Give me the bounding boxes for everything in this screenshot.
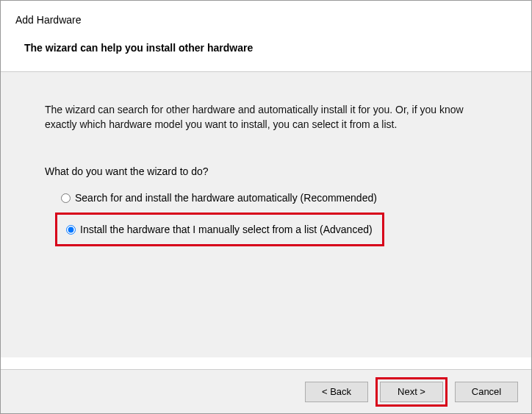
- prompt-text: What do you want the wizard to do?: [45, 165, 487, 177]
- radio-manual[interactable]: [66, 225, 76, 235]
- wizard-subtitle: The wizard can help you install other ha…: [24, 42, 517, 54]
- description-text: The wizard can search for other hardware…: [45, 103, 487, 132]
- radio-auto[interactable]: [61, 193, 71, 203]
- option-manual-label: Install the hardware that I manually sel…: [80, 224, 373, 235]
- dialog-title: Add Hardware: [15, 14, 517, 26]
- highlight-next-button: Next >: [375, 377, 447, 407]
- next-button[interactable]: Next >: [380, 382, 443, 402]
- wizard-content: The wizard can search for other hardware…: [1, 72, 531, 357]
- back-button[interactable]: < Back: [305, 382, 368, 402]
- option-auto[interactable]: Search for and install the hardware auto…: [58, 190, 487, 205]
- option-manual[interactable]: Install the hardware that I manually sel…: [63, 222, 379, 237]
- wizard-header: Add Hardware The wizard can help you ins…: [1, 1, 531, 72]
- cancel-button[interactable]: Cancel: [455, 382, 518, 402]
- highlight-manual-option: Install the hardware that I manually sel…: [55, 213, 384, 246]
- option-auto-label: Search for and install the hardware auto…: [75, 192, 377, 204]
- wizard-footer: < Back Next > Cancel: [1, 369, 531, 413]
